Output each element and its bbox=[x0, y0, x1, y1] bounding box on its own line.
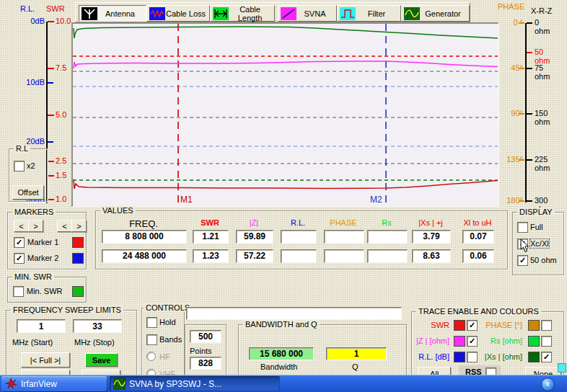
swr-scale-header: SWR bbox=[46, 4, 65, 13]
trace-swatch-r-l-db[interactable] bbox=[454, 352, 465, 362]
rl-x2-checkbox[interactable] bbox=[14, 161, 25, 172]
taskbar: IrfanViewSVNA by SP3SWJ - S... bbox=[0, 375, 567, 392]
trace-swatch-rs-ohm[interactable] bbox=[528, 336, 540, 347]
display-50-ohm-checkbox[interactable]: ✓ bbox=[517, 255, 528, 266]
values-cell: 0.06 bbox=[462, 249, 494, 263]
marker1-next-button[interactable]: > bbox=[28, 220, 43, 232]
marker-label-m2: M2 bbox=[370, 195, 382, 205]
points-label: Points bbox=[190, 347, 212, 355]
swr-tick-label: 10.0 bbox=[56, 17, 71, 25]
ohm-tick-label: 50 ohm bbox=[535, 48, 550, 65]
ohm-tick-mark bbox=[527, 159, 532, 161]
svna-app-window: R.L. SWR AntennaCable LossCable LengthSV… bbox=[0, 0, 567, 392]
trace-label-swr: SWR bbox=[412, 321, 449, 329]
phase-tick-mark bbox=[519, 68, 524, 69]
offset-button[interactable]: Offset bbox=[12, 185, 44, 200]
trace-label-xs-ohm: |Xs | [ohm] bbox=[468, 352, 522, 361]
marker1-prev-button[interactable]: < bbox=[14, 220, 29, 232]
rl-tick-mark bbox=[48, 141, 53, 143]
swr-tick-mark bbox=[48, 175, 54, 177]
values-column-header-xl-to-uh: Xl to uH bbox=[462, 218, 493, 227]
generator-icon bbox=[404, 7, 420, 20]
toolbar-button-cable-loss[interactable]: Cable Loss bbox=[146, 5, 210, 22]
values-column-header-phase: PHASE bbox=[324, 218, 363, 227]
trace-label-rs-ohm: Rs [ohm] bbox=[468, 337, 522, 345]
rl-tick-mark bbox=[48, 82, 53, 84]
values-cell bbox=[281, 230, 317, 244]
swr-tick-label: 1.5 bbox=[56, 171, 66, 179]
min-swr-checkbox[interactable] bbox=[13, 286, 24, 297]
start-frequency-input[interactable] bbox=[17, 319, 66, 333]
toolbar-button-antenna[interactable]: Antenna bbox=[79, 5, 146, 22]
trace-label-r-l-db: R.L. [dB] bbox=[412, 352, 449, 361]
trace-checkbox-rs-ohm[interactable] bbox=[541, 336, 552, 347]
marker2-next-button[interactable]: > bbox=[71, 220, 87, 232]
ohm-tick-mark bbox=[527, 113, 532, 115]
mouse-cursor bbox=[520, 239, 530, 254]
values-cell: 8 808 000 bbox=[102, 230, 187, 244]
xrz-scale-header: X-R-Z bbox=[531, 6, 552, 15]
marker2-colour-swatch[interactable] bbox=[72, 253, 84, 264]
marker2-prev-button[interactable]: < bbox=[57, 220, 72, 232]
marker1-colour-swatch[interactable] bbox=[72, 237, 84, 248]
rl-tick-label: 0dB bbox=[19, 17, 45, 25]
marker2-checkbox[interactable]: ✓ bbox=[14, 253, 25, 264]
toolbar-button-generator[interactable]: Generator bbox=[401, 5, 470, 22]
display-50-ohm-label: 50 ohm bbox=[530, 256, 557, 264]
toolbar-button-cable-length[interactable]: Cable Length bbox=[210, 5, 275, 22]
phase-tick-mark bbox=[519, 159, 524, 161]
points-secondary-box[interactable]: 828 bbox=[190, 357, 221, 370]
taskbar-button-label: SVNA by SP3SWJ - S... bbox=[129, 379, 221, 389]
points-value-box[interactable]: 500 bbox=[190, 330, 221, 343]
display-full-label: Full bbox=[530, 223, 543, 231]
values-column-header-freq: FREQ. bbox=[102, 218, 185, 229]
values-cell bbox=[281, 249, 317, 263]
phase-tick-mark bbox=[519, 22, 524, 24]
toolbar: AntennaCable LossCable LengthSVNAFilterG… bbox=[75, 2, 470, 22]
full-sweep-button[interactable]: |< Full >| bbox=[21, 352, 70, 368]
toolbar-button-label: Cable Length bbox=[229, 5, 274, 22]
command-entry-field[interactable] bbox=[186, 307, 402, 320]
phase-tick-mark bbox=[519, 113, 524, 115]
toolbar-button-filter[interactable]: Filter bbox=[337, 5, 401, 22]
trace-label-phase: PHASE [°] bbox=[468, 321, 522, 329]
swr-tick-mark bbox=[48, 199, 54, 200]
antenna-icon bbox=[82, 7, 97, 20]
values-column-header-rs: Rs bbox=[367, 218, 406, 227]
display-full-checkbox[interactable] bbox=[517, 222, 528, 233]
taskbar-button-svna-by-sp3swj-s[interactable]: SVNA by SP3SWJ - S... bbox=[110, 376, 280, 391]
taskbar-button-irfanview[interactable]: IrfanView bbox=[1, 376, 107, 391]
values-caption: VALUES bbox=[100, 206, 136, 215]
trace-checkbox-xs-ohm[interactable]: ✓ bbox=[541, 352, 552, 362]
rl-x2-label: x2 bbox=[27, 161, 35, 170]
rl-tick-label: 10dB bbox=[19, 78, 45, 86]
values-cell: 3.79 bbox=[412, 230, 451, 244]
toolbar-button-svna[interactable]: SVNA bbox=[278, 5, 337, 22]
values-cell bbox=[324, 249, 364, 263]
stop-frequency-input[interactable] bbox=[73, 319, 122, 333]
toolbar-button-label: Filter bbox=[356, 9, 400, 18]
stop-frequency-label: MHz (Stop) bbox=[74, 338, 115, 347]
hold-checkbox[interactable] bbox=[146, 317, 157, 328]
tray-collapse-chevron-icon[interactable]: ‹ bbox=[541, 378, 555, 391]
phase-tick-mark bbox=[519, 200, 524, 202]
trace-swatch-xs-ohm[interactable] bbox=[528, 352, 540, 362]
trace-swatch-phase[interactable] bbox=[528, 320, 540, 331]
swr-tick-label: 5.0 bbox=[56, 110, 66, 119]
ohm-tick-label: 150 ohm bbox=[535, 109, 550, 126]
values-column-header-xs-j: |Xs | +j bbox=[412, 218, 449, 227]
phase-scale-header: PHASE bbox=[498, 2, 524, 11]
bands-checkbox[interactable] bbox=[146, 334, 157, 345]
values-column-header-z: |Z| bbox=[236, 218, 272, 227]
save-button[interactable]: Save bbox=[85, 353, 118, 367]
values-cell: 59.89 bbox=[236, 230, 273, 244]
values-cell: 1.21 bbox=[193, 230, 229, 244]
min-swr-colour-swatch[interactable] bbox=[72, 286, 84, 297]
trace-swatch-swr[interactable] bbox=[454, 320, 465, 331]
trace-swatch-z-ohm[interactable] bbox=[454, 336, 465, 347]
sweep-chart-plot[interactable]: M1M2 bbox=[71, 22, 499, 207]
trace-checkbox-phase[interactable] bbox=[541, 320, 552, 331]
marker1-checkbox[interactable]: ✓ bbox=[14, 237, 25, 248]
svna-app-icon bbox=[113, 378, 126, 390]
hf-radio[interactable] bbox=[146, 352, 156, 361]
